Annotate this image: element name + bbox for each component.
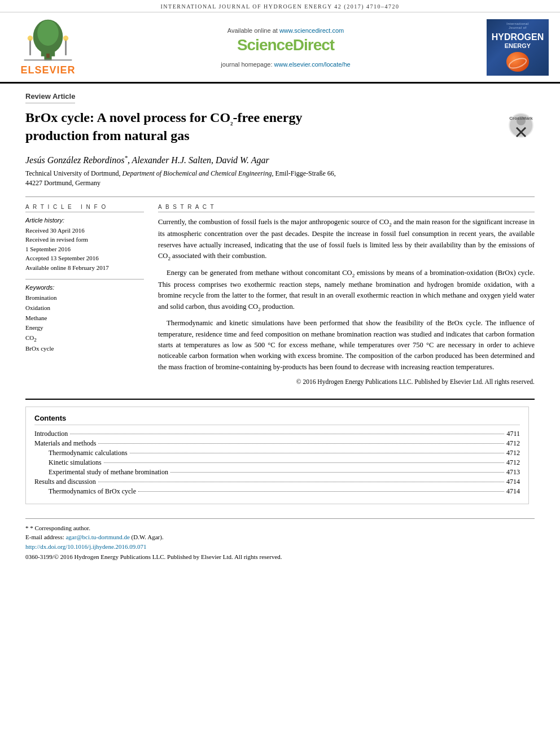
toc-dots-7 — [138, 491, 504, 492]
revised-date: 1 September 2016 — [25, 244, 144, 254]
toc-dots-2 — [98, 443, 504, 444]
toc-kinetic-simulations: Kinetic simulations 4712 — [34, 458, 520, 467]
divider-line — [25, 196, 535, 197]
toc-thermodynamics-brox-label: Thermodynamics of BrOx cycle — [49, 487, 136, 496]
svg-rect-9 — [24, 59, 72, 60]
sciencedirect-logo: ScienceDirect — [237, 36, 334, 54]
journal-homepage-link[interactable]: www.elsevier.com/locate/he — [274, 61, 351, 68]
toc-experimental-page: 4713 — [506, 468, 520, 477]
doi-line: http://dx.doi.org/10.1016/j.ijhydene.201… — [25, 542, 535, 551]
main-content: Review Article BrOx cycle: A novel proce… — [0, 84, 560, 569]
toc-results: Results and discussion 4714 — [34, 478, 520, 486]
toc-thermodynamic-calc: Thermodynamic calculations 4712 — [34, 449, 520, 457]
svg-text:CrossMark: CrossMark — [509, 116, 533, 121]
elsevier-wordmark: ELSEVIER — [20, 64, 75, 76]
abstract-text: Currently, the combustion of fossil fuel… — [158, 217, 535, 387]
toc-kinetic-label: Kinetic simulations — [49, 458, 102, 467]
journal-header-bar: International Journal of Hydrogen Energy… — [0, 0, 560, 12]
hydrogen-energy-title: HYDROGENENERGY — [492, 32, 544, 50]
keyword-oxidation: Oxidation — [25, 303, 144, 313]
toc-materials-label: Materials and methods — [34, 439, 96, 448]
article-info-abstract-section: A R T I C L E I N F O Article history: R… — [25, 204, 535, 387]
accepted-date: Accepted 13 September 2016 — [25, 254, 144, 263]
available-online-text: Available online at www.sciencedirect.co… — [228, 27, 344, 34]
toc-thermodynamic-label: Thermodynamic calculations — [49, 449, 128, 457]
svg-point-8 — [63, 36, 68, 41]
toc-dots-1 — [70, 434, 504, 434]
keyword-brox-cycle: BrOx cycle — [25, 344, 144, 354]
intl-journal-text: InternationalJournal of — [506, 22, 529, 31]
svg-rect-7 — [65, 40, 67, 55]
top-section: ELSEVIER Available online at www.science… — [0, 12, 560, 84]
contents-title: Contents — [34, 414, 520, 425]
toc-introduction-label: Introduction — [34, 430, 68, 438]
article-info-column: A R T I C L E I N F O Article history: R… — [25, 204, 144, 387]
toc-dots-4 — [104, 462, 504, 463]
keywords-title: Keywords: — [25, 284, 144, 291]
corresponding-author-note: * * Corresponding author. — [25, 523, 535, 533]
keyword-co2: CO2 — [25, 333, 144, 344]
available-online-date: Available online 8 February 2017 — [25, 263, 144, 273]
contents-box: Contents Introduction 4711 Materials and… — [25, 407, 529, 504]
article-type-label: Review Article — [25, 92, 75, 103]
authors: Jesús González Rebordinos*, Alexander H.… — [25, 154, 535, 165]
keyword-bromination: Bromination — [25, 293, 144, 303]
toc-introduction-page: 4711 — [506, 430, 520, 438]
doi-link[interactable]: http://dx.doi.org/10.1016/j.ijhydene.201… — [25, 543, 147, 550]
crossmark-badge-icon: CrossMark — [508, 112, 535, 139]
keyword-methane: Methane — [25, 313, 144, 324]
toc-experimental-label: Experimental study of methane brominatio… — [49, 468, 168, 477]
svg-rect-5 — [29, 40, 31, 55]
article-info-header: A R T I C L E I N F O — [25, 204, 144, 212]
abstract-header: A B S T R A C T — [158, 204, 535, 212]
keywords-section: Keywords: Bromination Oxidation Methane … — [25, 279, 144, 354]
abstract-paragraph-1: Currently, the combustion of fossil fuel… — [158, 217, 535, 263]
received-date: Received 30 April 2016 — [25, 226, 144, 235]
elsevier-logo: ELSEVIER — [11, 18, 85, 76]
received-revised-label: Received in revised form — [25, 235, 144, 244]
toc-materials-page: 4712 — [506, 439, 520, 448]
journal-title-bar: International Journal of Hydrogen Energy… — [160, 3, 399, 10]
article-history-title: Article history: — [25, 217, 144, 224]
affiliation: Technical University of Dortmund, Depart… — [25, 169, 535, 188]
elsevier-tree-icon — [17, 18, 79, 63]
footnote-star: * — [25, 525, 29, 531]
toc-dots-6 — [98, 482, 504, 482]
footer-section: * * Corresponding author. E-mail address… — [25, 518, 535, 560]
issn-line: 0360-3199/© 2016 Hydrogen Energy Publica… — [25, 553, 535, 560]
article-title-area: BrOx cycle: A novel process for CO2-free… — [25, 109, 535, 144]
contents-section: Contents Introduction 4711 Materials and… — [25, 399, 535, 504]
center-header: Available online at www.sciencedirect.co… — [85, 27, 487, 68]
abstract-column: A B S T R A C T Currently, the combustio… — [158, 204, 535, 387]
toc-dots-5 — [170, 472, 504, 473]
journal-homepage-line: journal homepage: www.elsevier.com/locat… — [221, 61, 350, 68]
toc-results-page: 4714 — [506, 478, 520, 486]
toc-dots-3 — [130, 453, 504, 453]
article-title: BrOx cycle: A novel process for CO2-free… — [25, 109, 499, 144]
copyright-line: © 2016 Hydrogen Energy Publications LLC.… — [158, 377, 535, 387]
sciencedirect-url[interactable]: www.sciencedirect.com — [279, 27, 344, 34]
email-link[interactable]: agar@bci.tu-dortmund.de — [65, 534, 129, 540]
hydrogen-orb-icon — [506, 52, 529, 71]
abstract-paragraph-3: Thermodynamic and kinetic simulations ha… — [158, 318, 535, 373]
toc-introduction: Introduction 4711 — [34, 430, 520, 438]
toc-kinetic-page: 4712 — [506, 458, 520, 467]
toc-thermodynamics-brox: Thermodynamics of BrOx cycle 4714 — [34, 487, 520, 496]
abstract-paragraph-2: Energy can be generated from methane wit… — [158, 268, 535, 314]
toc-experimental: Experimental study of methane brominatio… — [34, 468, 520, 477]
toc-materials-methods: Materials and methods 4712 — [34, 439, 520, 448]
keyword-energy: Energy — [25, 323, 144, 333]
toc-thermodynamics-brox-page: 4714 — [506, 487, 520, 496]
svg-point-4 — [37, 20, 59, 46]
toc-results-label: Results and discussion — [34, 478, 96, 486]
hydrogen-journal-logo: InternationalJournal of HYDROGENENERGY — [487, 19, 549, 76]
toc-thermodynamic-page: 4712 — [506, 449, 520, 457]
email-footnote: E-mail address: agar@bci.tu-dortmund.de … — [25, 532, 535, 542]
svg-point-6 — [28, 36, 33, 41]
